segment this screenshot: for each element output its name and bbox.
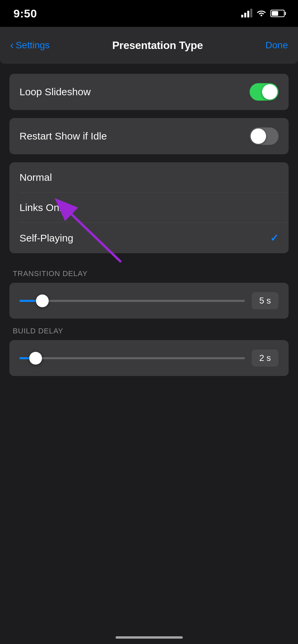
toggle-knob — [251, 128, 266, 144]
loop-slideshow-row: Loop Slideshow — [9, 74, 289, 110]
battery-icon — [270, 10, 285, 17]
loop-slideshow-toggle[interactable] — [250, 83, 279, 101]
transition-delay-slider-row: 5 s — [9, 283, 289, 319]
status-icons — [241, 8, 285, 18]
page-title: Presentation Type — [112, 39, 203, 52]
loop-slideshow-label: Loop Slideshow — [19, 86, 91, 98]
wifi-icon — [256, 8, 266, 18]
navigation-bar: ‹ Settings Presentation Type Done — [0, 27, 298, 64]
back-chevron-icon: ‹ — [10, 39, 14, 51]
restart-show-label: Restart Show if Idle — [19, 130, 107, 142]
transition-delay-fill — [19, 300, 38, 302]
back-label: Settings — [16, 40, 50, 51]
transition-delay-thumb[interactable] — [36, 294, 49, 307]
selected-checkmark: ✓ — [270, 232, 279, 244]
build-delay-header: BUILD DELAY — [9, 327, 289, 335]
transition-delay-slider-container — [19, 295, 245, 307]
status-time: 9:50 — [13, 7, 37, 20]
main-content: Loop Slideshow Restart Show if Idle Norm… — [0, 64, 298, 386]
option-links-only-label: Links Only — [19, 202, 67, 213]
back-button[interactable]: ‹ Settings — [10, 40, 50, 51]
option-self-playing-label: Self-Playing — [19, 232, 73, 244]
restart-show-toggle[interactable] — [250, 127, 279, 145]
build-delay-thumb[interactable] — [29, 352, 42, 365]
transition-delay-track — [19, 300, 245, 302]
build-delay-track — [19, 357, 245, 359]
option-normal[interactable]: Normal — [9, 162, 289, 193]
option-links-only[interactable]: Links Only — [9, 193, 289, 223]
signal-icon — [241, 9, 252, 17]
restart-show-row: Restart Show if Idle — [9, 118, 289, 154]
home-indicator — [116, 636, 183, 639]
option-self-playing[interactable]: Self-Playing ✓ — [9, 223, 289, 253]
build-delay-slider-container — [19, 353, 245, 364]
transition-delay-header: TRANSITION DELAY — [9, 269, 289, 278]
build-delay-slider-row: 2 s — [9, 340, 289, 376]
done-button[interactable]: Done — [265, 40, 288, 51]
status-bar: 9:50 — [0, 0, 298, 27]
presentation-type-group: Normal Links Only Self-Playing ✓ — [9, 162, 289, 253]
toggle-knob — [262, 84, 278, 100]
transition-delay-value: 5 s — [252, 292, 279, 309]
build-delay-value: 2 s — [252, 350, 279, 367]
option-normal-label: Normal — [19, 172, 52, 183]
